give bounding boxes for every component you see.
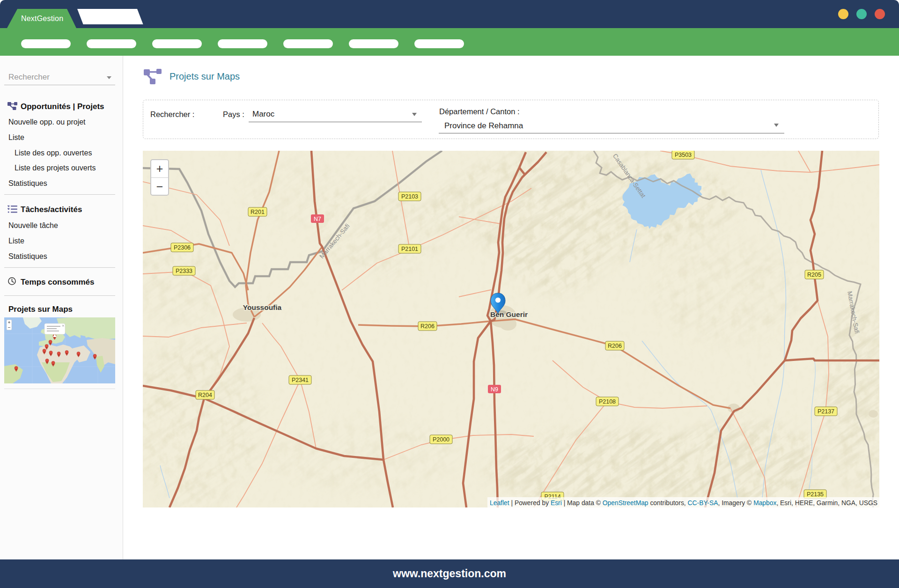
svg-text:P2137: P2137	[818, 408, 834, 415]
svg-text:P3503: P3503	[675, 152, 692, 158]
svg-text:P2333: P2333	[176, 268, 192, 274]
svg-text:P2103: P2103	[401, 193, 418, 200]
svg-text:Leaflet | Powered by Esri | Ma: Leaflet | Powered by Esri | Map data © O…	[490, 499, 877, 507]
svg-text:N7: N7	[314, 216, 321, 222]
svg-text:Ben Guerir: Ben Guerir	[490, 310, 528, 318]
svg-text:R204: R204	[198, 392, 212, 398]
svg-text:Youssoufia: Youssoufia	[243, 303, 282, 311]
svg-text:R206: R206	[420, 323, 435, 330]
svg-text:P2135: P2135	[807, 491, 824, 498]
svg-text:P2101: P2101	[401, 246, 418, 252]
svg-text:N9: N9	[491, 386, 498, 393]
svg-text:R206: R206	[608, 343, 622, 349]
svg-text:P2306: P2306	[174, 244, 191, 251]
svg-text:R201: R201	[251, 209, 265, 215]
svg-text:P2000: P2000	[433, 436, 450, 443]
svg-text:P2108: P2108	[599, 398, 616, 405]
svg-text:R205: R205	[807, 272, 821, 278]
svg-text:P2341: P2341	[292, 377, 309, 383]
